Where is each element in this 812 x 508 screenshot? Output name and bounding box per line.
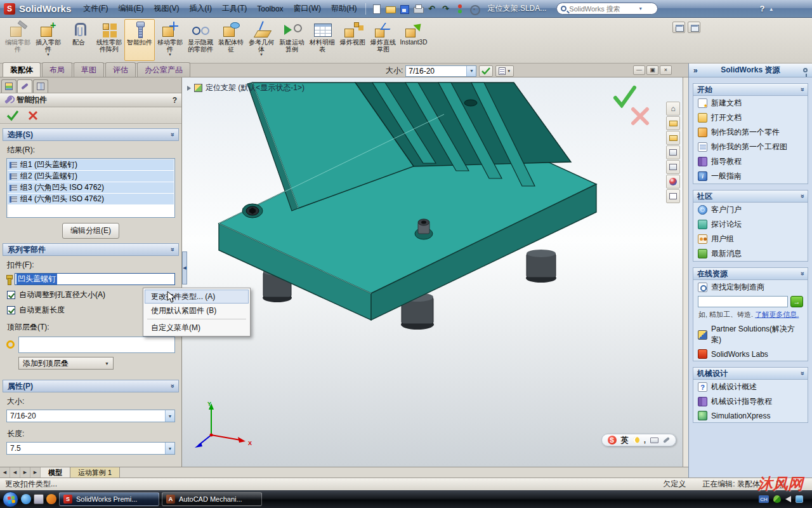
featuremanager-tab[interactable] [1, 79, 16, 93]
model-tab[interactable]: 模型 [41, 467, 70, 478]
undo-icon[interactable]: ↶ [426, 3, 438, 15]
length-combo[interactable]: 7.5 ▼ [6, 442, 175, 455]
new-document-icon[interactable] [370, 3, 383, 15]
security-shield-icon[interactable] [773, 495, 781, 503]
ribbon-button-assembly-feature[interactable]: 装配体特征 [216, 19, 246, 61]
size-combo[interactable]: 7/16-20 ▼ [6, 410, 175, 422]
ribbon-button-edit-component[interactable]: 编辑零部件 [3, 19, 33, 61]
up-folder-icon[interactable] [666, 116, 680, 130]
configurationmanager-tab[interactable] [33, 79, 48, 93]
tab-assembly[interactable]: 装配体 [3, 62, 41, 77]
menu-insert[interactable]: 插入(I) [185, 1, 216, 16]
auto-length-checkbox[interactable] [7, 306, 15, 314]
taskbar-app-autocad[interactable]: A AutoCAD Mechani... [162, 492, 262, 506]
fullwidth-moon-icon[interactable] [633, 437, 639, 443]
soft-keyboard-icon[interactable] [650, 438, 658, 443]
combo-arrow-icon[interactable]: ▼ [165, 410, 174, 422]
menu-item-customize-menu[interactable]: 自定义菜单(M) [145, 321, 249, 335]
chevron-up-icon[interactable]: « [798, 88, 806, 91]
folder-icon[interactable] [666, 131, 680, 145]
quick-launch-media-icon[interactable] [46, 494, 56, 504]
quick-launch-browser-icon[interactable] [21, 494, 31, 504]
expand-pane-icon[interactable]: » [693, 66, 698, 75]
tab-evaluate[interactable]: 评估 [105, 62, 136, 77]
taskpane-item-general-info[interactable]: i 一般指南 [693, 169, 808, 184]
collapse-menubar-icon[interactable]: ▴ [769, 6, 773, 12]
menu-window[interactable]: 窗口(W) [289, 1, 325, 16]
panel-layout-icon[interactable] [672, 22, 685, 33]
taskpane-item-discussion-forum[interactable]: 探讨论坛 [693, 217, 808, 232]
ribbon-button-mate[interactable]: 配合 [63, 19, 94, 61]
size-toolbar-combo[interactable]: 7/16-20 ▼ [405, 65, 476, 77]
window-pane-icon[interactable] [666, 145, 680, 159]
tab-scroll-last[interactable]: ▶ [30, 467, 41, 478]
home-icon[interactable]: ⌂ [666, 102, 680, 116]
ime-language-toggle[interactable]: 英 [621, 435, 629, 446]
horizontal-scroll-track[interactable] [120, 467, 688, 478]
input-method-bar[interactable]: S 英 , [601, 434, 676, 446]
punctuation-toggle[interactable]: , [644, 436, 646, 444]
manufacturer-search-input[interactable] [698, 296, 788, 307]
display-pane-icon[interactable] [666, 160, 680, 174]
task-pane-header[interactable]: » SolidWorks 资源 [689, 64, 812, 77]
ribbon-button-smart-fastener[interactable]: 智能扣件 [124, 19, 155, 61]
section-header[interactable]: 在线资源 « [693, 268, 808, 280]
top-stack-listbox[interactable] [18, 337, 175, 353]
section-header[interactable]: 机械设计 « [693, 368, 808, 380]
options-icon[interactable] [468, 3, 480, 15]
ribbon-button-explode-sketch[interactable]: 爆炸直线草图 [368, 19, 398, 61]
combo-arrow-icon[interactable]: ▼ [165, 443, 174, 454]
taskbar-app-solidworks[interactable]: S SolidWorks Premi... [59, 492, 159, 506]
ribbon-button-new-motion-study[interactable]: 新建运动算例 [277, 19, 307, 61]
search-input[interactable] [569, 5, 636, 13]
tab-scroll-next[interactable]: ▶ [20, 467, 30, 478]
confirm-cancel-icon[interactable] [631, 107, 650, 126]
tab-scroll-prev[interactable]: ◀ [10, 467, 20, 478]
taskpane-item-machine-design-overview[interactable]: ? 机械设计概述 [693, 380, 808, 394]
ribbon-button-exploded-view[interactable]: 爆炸视图 [337, 19, 368, 61]
vertical-scrollbar[interactable]: ▼ [683, 77, 688, 478]
taskpane-item-latest-news[interactable]: 最新消息 [693, 246, 808, 261]
taskpane-item-find-manufacturer[interactable]: 查找定制制造商 [693, 280, 808, 295]
result-item[interactable]: 组2 (凹头盖螺钉) [8, 171, 174, 182]
section-series-components[interactable]: 系列零部件 « [3, 243, 179, 256]
menu-file[interactable]: 文件(F) [79, 1, 112, 16]
combo-arrow-icon[interactable]: ▼ [466, 66, 476, 76]
chevron-up-icon[interactable]: « [798, 272, 806, 276]
taskpane-item-partner-solutions[interactable]: Partner Solutions(解决方案) [693, 322, 808, 347]
save-icon[interactable] [398, 3, 410, 15]
sogou-logo-icon[interactable]: S [608, 436, 617, 444]
menu-tools[interactable]: 工具(T) [218, 1, 251, 16]
section-selection[interactable]: 选择(S) « [3, 128, 179, 141]
edit-group-button[interactable]: 编辑分组(E) [62, 223, 119, 239]
ime-settings-icon[interactable] [663, 437, 670, 443]
fastener-input[interactable]: 凹头盖螺钉 [15, 273, 175, 285]
taskpane-item-solidworks-labs[interactable]: SolidWorks Labs [693, 347, 808, 361]
graphics-viewport[interactable]: 定位支架 (默认<显示状态-1>) Y X S 英 , [182, 77, 683, 467]
note-page-icon[interactable] [666, 189, 680, 203]
taskpane-item-new-document[interactable]: 新建文档 [693, 96, 808, 110]
tree-expander-icon[interactable] [187, 86, 191, 91]
ribbon-button-insert-component[interactable]: 插入零部件 ▼ [33, 19, 63, 61]
volume-icon[interactable] [785, 496, 791, 502]
fullscreen-icon[interactable] [688, 22, 700, 33]
appearance-sphere-icon[interactable] [666, 175, 680, 189]
menu-item-use-default-fastener[interactable]: 使用默认紧固件 (B) [145, 304, 249, 318]
section-header[interactable]: 社区 « [693, 190, 808, 203]
menu-edit[interactable]: 编辑(E) [114, 1, 148, 16]
result-item[interactable]: 组4 (六角凹头 ISO 4762) [8, 194, 174, 204]
menu-item-change-fastener-type[interactable]: 更改扣件类型... (A) [145, 290, 249, 304]
print-icon[interactable] [412, 3, 424, 15]
result-item[interactable]: 组1 (凹头盖螺钉) [8, 159, 174, 170]
section-properties[interactable]: 属性(P) « [3, 380, 179, 392]
doc-minimize-button[interactable]: — [633, 65, 645, 75]
pm-help-icon[interactable]: ? [173, 96, 177, 105]
confirm-ok-icon[interactable] [612, 85, 637, 108]
size-ok-button[interactable] [479, 65, 493, 77]
taskpane-item-user-groups[interactable]: 用户组 [693, 232, 808, 246]
start-button[interactable] [3, 491, 18, 507]
redo-icon[interactable]: ↷ [440, 3, 452, 15]
taskpane-item-tutorials[interactable]: 指导教程 [693, 154, 808, 169]
results-listbox[interactable]: 组1 (凹头盖螺钉) 组2 (凹头盖螺钉) 组3 (六角凹头 ISO 4762)… [6, 158, 175, 218]
tab-scroll-first[interactable]: ◀ [0, 467, 10, 478]
